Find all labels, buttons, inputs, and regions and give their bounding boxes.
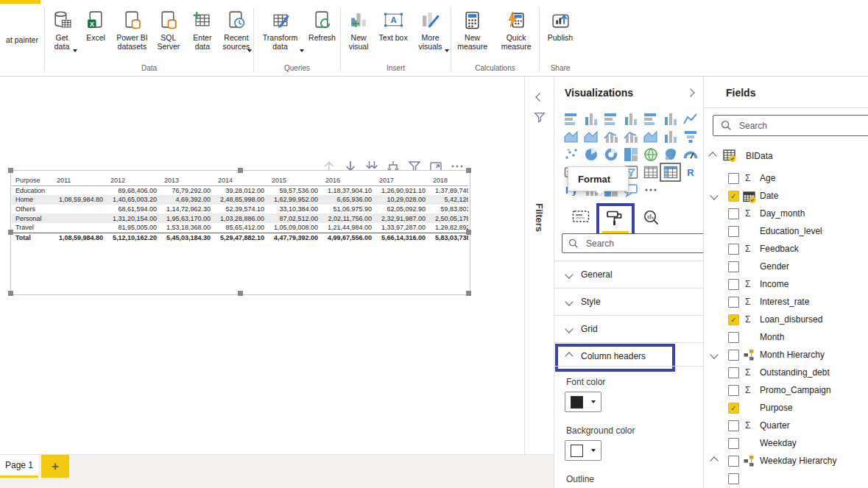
fields-table-biData[interactable]: BIData: [704, 147, 868, 165]
selection-handle[interactable]: [8, 291, 13, 296]
field-checkbox[interactable]: [728, 297, 739, 308]
field-checkbox[interactable]: ✓: [728, 191, 739, 202]
field-checkbox[interactable]: [728, 456, 739, 467]
stacked-column-chart-gallery-icon[interactable]: [581, 110, 601, 128]
field-item-purpose[interactable]: ✓Purpose: [704, 399, 868, 417]
field-checkbox[interactable]: ✓: [728, 314, 739, 325]
recent-sources-button[interactable]: Recent sources: [219, 9, 253, 51]
field-item-age[interactable]: ΣAge: [704, 169, 868, 187]
format-search-box[interactable]: [562, 233, 704, 253]
more-visuals-button[interactable]: More visuals: [410, 9, 451, 51]
field-item-feedback[interactable]: ΣFeedback: [704, 240, 868, 258]
field-item-quarter[interactable]: ΣQuarter: [704, 417, 868, 434]
filters-pane-label[interactable]: Filters: [534, 203, 545, 232]
map-gallery-icon[interactable]: [641, 146, 660, 163]
gauge-gallery-icon[interactable]: [680, 146, 700, 163]
report-canvas[interactable]: Purpose201120122013201420152016201720182…: [0, 77, 524, 488]
collapse-visualizations-chevron-icon[interactable]: [686, 88, 694, 96]
stacked-area-chart-gallery-icon[interactable]: [581, 128, 601, 146]
field-checkbox[interactable]: [728, 208, 739, 219]
field-item-day_month[interactable]: ΣDay_month: [704, 205, 868, 222]
sql-server-button[interactable]: SQL Server: [152, 9, 186, 51]
get-data-button[interactable]: Get data: [45, 9, 79, 51]
selection-handle[interactable]: [8, 168, 13, 173]
field-checkbox[interactable]: [728, 226, 739, 237]
selection-handle[interactable]: [8, 230, 13, 235]
selection-handle[interactable]: [466, 291, 471, 296]
chevron-up-icon[interactable]: [710, 456, 718, 464]
chevron-down-icon[interactable]: [710, 191, 718, 199]
format-section-style[interactable]: Style: [554, 288, 704, 315]
format-tab[interactable]: [606, 209, 624, 230]
power-bi-datasets-button[interactable]: Power BI datasets: [113, 9, 152, 51]
field-item-promo_campaign[interactable]: ΣPromo_Campaign: [704, 381, 868, 399]
scatter-chart-gallery-icon[interactable]: [561, 146, 581, 163]
clustered-bar-chart-gallery-icon[interactable]: [601, 110, 621, 128]
area-chart-gallery-icon[interactable]: [561, 128, 581, 146]
selection-handle[interactable]: [466, 168, 471, 173]
field-checkbox[interactable]: [728, 420, 739, 431]
publish-button[interactable]: Publish: [543, 9, 577, 43]
quick-measure-button[interactable]: Quick measure: [493, 9, 539, 51]
line-and-clustered-column-chart-gallery-icon[interactable]: [621, 128, 641, 146]
excel-button[interactable]: XExcel: [79, 9, 113, 43]
field-item-outstanding_debt[interactable]: ΣOutstanding_debt: [704, 364, 868, 381]
selection-handle[interactable]: [238, 168, 243, 173]
ribbon-chart-gallery-icon[interactable]: [641, 128, 660, 146]
line-and-stacked-column-chart-gallery-icon[interactable]: [601, 128, 621, 146]
stacked-bar-chart-gallery-icon[interactable]: [561, 110, 581, 128]
selection-handle[interactable]: [238, 291, 243, 296]
fields-tab[interactable]: [572, 209, 590, 227]
field-item-income[interactable]: ΣIncome: [704, 275, 868, 293]
pie-chart-gallery-icon[interactable]: [581, 146, 601, 163]
field-item-date[interactable]: ✓Date: [704, 187, 868, 205]
waterfall-chart-gallery-icon[interactable]: [660, 128, 680, 146]
field-item-month[interactable]: Month: [704, 328, 868, 346]
clustered-column-chart-gallery-icon[interactable]: [621, 110, 641, 128]
field-checkbox[interactable]: [728, 473, 739, 484]
font-color-dropdown[interactable]: [565, 392, 601, 412]
100-stacked-bar-chart-gallery-icon[interactable]: [641, 110, 660, 128]
field-checkbox[interactable]: [728, 173, 739, 184]
field-checkbox[interactable]: [728, 244, 739, 255]
fields-search-input[interactable]: [738, 120, 868, 132]
field-item-loan_disbursed[interactable]: ✓ΣLoan_disbursed: [704, 311, 868, 328]
expand-filters-chevron-icon[interactable]: [535, 93, 543, 101]
treemap-gallery-icon[interactable]: [621, 146, 641, 163]
text-box-button[interactable]: AText box: [376, 9, 410, 43]
matrix-visual[interactable]: Purpose201120122013201420152016201720182…: [10, 170, 470, 295]
background-color-dropdown[interactable]: [565, 440, 601, 461]
enter-data-button[interactable]: Enter data: [186, 9, 219, 51]
field-checkbox[interactable]: [728, 261, 739, 272]
r-script-visual-gallery-icon[interactable]: R: [680, 163, 700, 181]
add-page-button[interactable]: +: [41, 455, 69, 478]
new-visual-button[interactable]: New visual: [341, 9, 376, 51]
field-item-month-hierarchy[interactable]: Month Hierarchy: [704, 346, 868, 364]
field-checkbox[interactable]: [728, 385, 739, 396]
100-stacked-column-chart-gallery-icon[interactable]: [660, 110, 680, 128]
table-gallery-icon[interactable]: [641, 163, 660, 181]
fields-search-box[interactable]: [713, 115, 868, 136]
format-section-general[interactable]: General: [554, 261, 704, 288]
field-item-weekday-hierarchy[interactable]: Weekday Hierarchy: [704, 452, 868, 470]
field-item-weekday[interactable]: Weekday: [704, 434, 868, 452]
more-visuals-ellipsis-gallery-icon[interactable]: [641, 181, 660, 199]
field-item-gender[interactable]: Gender: [704, 258, 868, 275]
chevron-up-icon[interactable]: [708, 152, 716, 160]
transform-data-button[interactable]: Transform data: [255, 9, 306, 51]
field-checkbox[interactable]: [728, 350, 739, 361]
donut-chart-gallery-icon[interactable]: [601, 146, 621, 163]
refresh-button[interactable]: Refresh: [306, 9, 339, 43]
filled-map-gallery-icon[interactable]: [660, 146, 680, 163]
chevron-down-icon[interactable]: [710, 350, 718, 358]
selection-handle[interactable]: [466, 230, 471, 235]
field-item-education_level[interactable]: Education_level: [704, 222, 868, 240]
format-painter-button[interactable]: at painter: [0, 4, 44, 76]
line-chart-gallery-icon[interactable]: [680, 110, 700, 128]
format-search-input[interactable]: [585, 238, 704, 250]
field-checkbox[interactable]: ✓: [728, 403, 739, 414]
field-checkbox[interactable]: [728, 279, 739, 290]
new-measure-button[interactable]: New measure: [451, 9, 493, 51]
field-checkbox[interactable]: [728, 438, 739, 449]
field-checkbox[interactable]: [728, 332, 739, 343]
